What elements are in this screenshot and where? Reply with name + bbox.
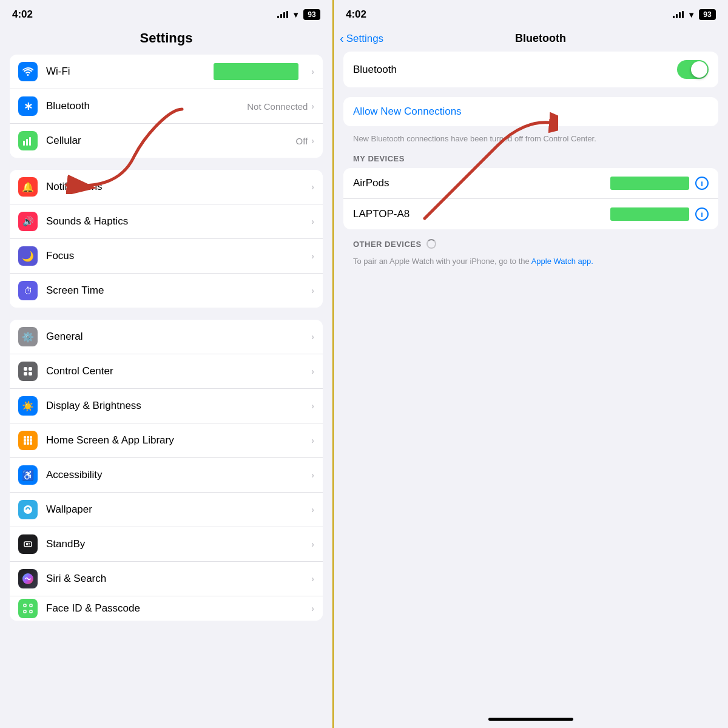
- left-status-icons: ▼ 93: [277, 9, 320, 20]
- standby-chevron: ›: [311, 539, 314, 549]
- homescreen-item[interactable]: Home Screen & App Library ›: [10, 423, 323, 458]
- my-devices-group: AirPods i LAPTOP-A8 i: [343, 168, 718, 229]
- svg-rect-2: [29, 137, 31, 146]
- accessibility-item[interactable]: ♿ Accessibility ›: [10, 458, 323, 493]
- svg-point-16: [27, 508, 29, 511]
- accessibility-chevron: ›: [311, 470, 314, 480]
- back-label: Settings: [346, 33, 383, 45]
- svg-rect-1: [26, 139, 28, 146]
- airpods-name: AirPods: [353, 177, 610, 189]
- screentime-chevron: ›: [311, 286, 314, 295]
- controlcenter-chevron: ›: [311, 366, 314, 376]
- svg-rect-7: [24, 436, 26, 439]
- wifi-icon: ▼: [292, 10, 300, 19]
- cellular-label: Cellular: [46, 135, 296, 147]
- connectivity-group: Wi-Fi › ∗ Bluetooth Not Connected ›: [10, 55, 323, 158]
- bluetooth-note: New Bluetooth connections have been turn…: [343, 131, 718, 154]
- bluetooth-label: Bluetooth: [46, 100, 247, 112]
- general-item[interactable]: ⚙️ General ›: [10, 320, 323, 354]
- sounds-chevron: ›: [311, 217, 314, 226]
- airpods-info-button[interactable]: i: [695, 177, 709, 190]
- svg-rect-14: [27, 442, 29, 445]
- bluetooth-chevron: ›: [311, 101, 314, 111]
- settings-list: Wi-Fi › ∗ Bluetooth Not Connected ›: [0, 55, 332, 728]
- siri-label: Siri & Search: [46, 573, 311, 585]
- other-devices-header-row: OTHER DEVICES: [343, 239, 718, 254]
- focus-item[interactable]: 🌙 Focus ›: [10, 239, 323, 274]
- other-devices-label: OTHER DEVICES: [353, 240, 422, 249]
- accessibility-icon: ♿: [18, 465, 38, 485]
- wallpaper-icon: [18, 500, 38, 519]
- accessibility-label: Accessibility: [46, 469, 311, 481]
- bluetooth-toggle[interactable]: [677, 60, 709, 79]
- left-time: 4:02: [12, 8, 33, 21]
- faceid-item[interactable]: Face ID & Passcode ›: [10, 596, 323, 621]
- standby-label: StandBy: [46, 538, 311, 550]
- bluetooth-nav: ‹ Settings Bluetooth: [334, 25, 728, 52]
- svg-rect-19: [29, 543, 30, 544]
- general-chevron: ›: [311, 332, 314, 342]
- screentime-item[interactable]: ⏱ Screen Time ›: [10, 274, 323, 308]
- general-icon: ⚙️: [18, 327, 38, 346]
- display-item[interactable]: ☀️ Display & Brightness ›: [10, 389, 323, 423]
- allow-connections-button[interactable]: Allow New Connections: [343, 97, 718, 126]
- faceid-chevron: ›: [311, 604, 314, 613]
- wallpaper-item[interactable]: Wallpaper ›: [10, 493, 323, 527]
- sounds-label: Sounds & Haptics: [46, 215, 311, 228]
- svg-rect-3: [24, 367, 27, 371]
- left-status-bar: 4:02 ▼ 93: [0, 0, 332, 25]
- sounds-icon: 🔊: [18, 212, 38, 231]
- laptop-info-button[interactable]: i: [695, 207, 709, 221]
- svg-rect-8: [27, 436, 29, 439]
- svg-rect-4: [29, 367, 32, 371]
- svg-rect-9: [30, 436, 32, 439]
- notifications-group: 🔔 Notifications › 🔊 Sounds & Haptics › 🌙…: [10, 170, 323, 308]
- bluetooth-icon: ∗: [18, 96, 38, 116]
- general-group: ⚙️ General › Control Center ›: [10, 320, 323, 621]
- screentime-icon: ⏱: [18, 281, 38, 300]
- laptop-redacted: [610, 207, 689, 221]
- notifications-chevron: ›: [311, 182, 314, 192]
- laptop-device[interactable]: LAPTOP-A8 i: [343, 199, 718, 229]
- display-label: Display & Brightness: [46, 400, 311, 412]
- right-wifi-icon: ▼: [687, 10, 695, 19]
- bluetooth-title: Bluetooth: [383, 32, 698, 45]
- svg-rect-24: [24, 610, 26, 613]
- svg-rect-5: [24, 372, 27, 376]
- cellular-value: Off: [296, 136, 308, 146]
- faceid-label: Face ID & Passcode: [46, 602, 311, 615]
- cellular-item[interactable]: Cellular Off ›: [10, 124, 323, 158]
- cellular-icon: [18, 131, 38, 150]
- siri-item[interactable]: Siri & Search ›: [10, 562, 323, 596]
- controlcenter-item[interactable]: Control Center ›: [10, 354, 323, 389]
- wifi-redacted: [214, 63, 298, 80]
- bluetooth-item[interactable]: ∗ Bluetooth Not Connected ›: [10, 89, 323, 124]
- notifications-item[interactable]: 🔔 Notifications ›: [10, 170, 323, 204]
- bluetooth-value: Not Connected: [247, 101, 308, 112]
- signal-icon: [277, 11, 288, 18]
- pair-note-prefix: To pair an Apple Watch with your iPhone,…: [353, 257, 531, 266]
- back-button[interactable]: ‹ Settings: [340, 32, 383, 46]
- wifi-item[interactable]: Wi-Fi ›: [10, 55, 323, 89]
- standby-icon: [18, 534, 38, 554]
- wifi-icon: [18, 62, 38, 81]
- siri-chevron: ›: [311, 574, 314, 584]
- notifications-icon: 🔔: [18, 177, 38, 197]
- focus-icon: 🌙: [18, 246, 38, 266]
- svg-rect-11: [27, 439, 29, 442]
- airpods-device[interactable]: AirPods i: [343, 168, 718, 199]
- cellular-chevron: ›: [311, 136, 314, 146]
- scanning-spinner: [426, 239, 436, 249]
- display-chevron: ›: [311, 401, 314, 411]
- svg-rect-0: [23, 141, 25, 146]
- wallpaper-chevron: ›: [311, 505, 314, 514]
- svg-rect-23: [30, 604, 32, 607]
- sounds-item[interactable]: 🔊 Sounds & Haptics ›: [10, 204, 323, 239]
- apple-watch-link[interactable]: Apple Watch app.: [531, 257, 593, 266]
- standby-item[interactable]: StandBy ›: [10, 527, 323, 562]
- settings-title: Settings: [0, 25, 332, 55]
- display-icon: ☀️: [18, 396, 38, 416]
- wifi-chevron: ›: [311, 67, 314, 76]
- bluetooth-content: Bluetooth Allow New Connections New Blue…: [343, 52, 718, 269]
- bluetooth-toggle-label: Bluetooth: [353, 64, 677, 76]
